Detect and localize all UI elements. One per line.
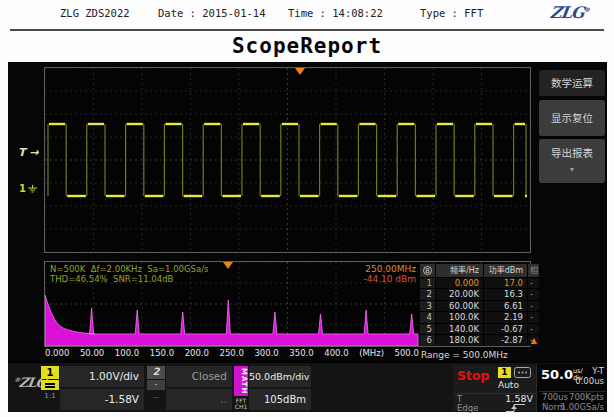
channel1-scale: 1.00V/div — [60, 366, 144, 387]
channel1-marker-label: 1 — [19, 183, 26, 194]
row-index: 2 — [420, 289, 435, 299]
row-index: 6 — [420, 335, 435, 345]
channel2-offset: .. — [166, 389, 232, 410]
menu-button-display-reset[interactable]: 显示复位 — [539, 100, 605, 136]
row-frequency: 140.0K — [435, 324, 483, 334]
channel1-attenuation: 1:1 — [41, 392, 59, 400]
table-row: 4 100.0K 2.19 - — [420, 311, 539, 322]
axis-tick: 350.0 — [289, 348, 313, 358]
menu-button-export-report[interactable]: 导出报表 ▾ — [539, 139, 605, 183]
cursor-frequency: 250.00MHz — [258, 264, 416, 274]
table-row: 3 60.00K 6.61 - — [420, 300, 539, 311]
frequency-axis: 0.000 50.00 100.0 150.0 200.0 250.0 300.… — [45, 348, 419, 358]
b-knob-icon[interactable]: B — [423, 266, 432, 275]
display-mode: Y-T — [592, 366, 604, 376]
header-divider — [10, 29, 604, 31]
math-offset: 105dBm — [249, 389, 311, 410]
scroll-up-icon[interactable]: ▲ — [531, 337, 537, 345]
report-date: Date : 2015-01-14 — [158, 7, 265, 19]
trigger-type-label: Edge — [457, 403, 478, 413]
waveform-plot — [45, 68, 530, 252]
trigger-panel[interactable]: Stop 1 Auto T 1.58V Edge — [453, 365, 541, 411]
fft-cursor-readout: 250.00MHz -44.10 dBm — [258, 264, 416, 284]
status-bar: ®ZLG 1 1:1 1.00V/div -1.58V 2 - ... Clos… — [8, 362, 607, 412]
row-phase: - — [527, 278, 539, 288]
math-scale: 50.0dBm/div — [249, 366, 311, 387]
axis-tick: 200.0 — [185, 348, 209, 358]
row-power: -2.87 — [483, 335, 527, 345]
axis-tick: 250.0 — [220, 348, 244, 358]
chevron-down-icon: ▾ — [539, 164, 605, 176]
row-power: 17.0 — [483, 278, 527, 288]
rising-edge-icon — [505, 403, 527, 413]
row-frequency: 180.0K — [435, 335, 483, 345]
memory-depth: 700Kpts — [569, 392, 604, 402]
row-power: 6.61 — [483, 301, 527, 311]
timebase-panel[interactable]: 50.0 us/div Y-T 0.00us 700us 700Kpts Nor… — [536, 364, 607, 412]
row-frequency: 60.00K — [435, 301, 483, 311]
channel2-coupling: - — [147, 380, 165, 390]
report-type: Type : FFT — [420, 7, 483, 19]
trigger-source-chip: 1 — [498, 367, 511, 378]
page-title: ScopeReport — [0, 34, 614, 58]
capture-window: 700us — [542, 392, 568, 402]
math-mode-source: CH1 — [235, 403, 248, 410]
cursor-power: -44.10 dBm — [258, 274, 416, 284]
device-model: ZLG ZDS2022 — [60, 7, 130, 19]
row-frequency: 0.000 — [435, 278, 483, 288]
row-index: 5 — [420, 324, 435, 334]
column-power: 功率dBm — [483, 264, 527, 277]
trigger-level-marker: T → — [18, 146, 39, 159]
fft-trigger-position-icon — [223, 262, 233, 269]
table-row: 6 180.0K -2.87 - — [420, 334, 539, 345]
axis-tick: 50.00 — [80, 348, 104, 358]
trigger-sweep-mode: Auto — [498, 380, 519, 390]
timebase-scale: 50.0 — [541, 367, 573, 382]
math-chip[interactable]: MATH FFTCH1 — [234, 366, 248, 410]
channel1-offset: -1.58V — [60, 389, 144, 410]
row-power: -0.67 — [483, 324, 527, 334]
keypad-icon — [514, 367, 531, 378]
scope-screen: T → 1 N=500K Δf=2.00KHz Sa=1.00GSa/sTHD=… — [8, 62, 607, 412]
axis-tick: 300.0 — [254, 348, 278, 358]
axis-tick: 150.0 — [150, 348, 174, 358]
registered-mark: ® — [584, 6, 590, 13]
axis-tick: 100.0 — [115, 348, 139, 358]
row-index: 4 — [420, 312, 435, 322]
axis-tick: 0.000 — [45, 348, 69, 358]
sample-rate: 1.00GSa/s — [561, 402, 604, 412]
waveform-window — [44, 67, 531, 253]
row-phase: - — [527, 324, 539, 334]
trigger-position-icon — [295, 68, 305, 75]
channel1-number: 1 — [41, 366, 59, 379]
fft-params: N=500K Δf=2.00KHz Sa=1.00GSa/s — [50, 264, 209, 274]
row-index: 1 — [420, 278, 435, 288]
row-frequency: 20.00K — [435, 289, 483, 299]
run-state-badge: Stop — [457, 368, 490, 383]
ground-icon — [28, 185, 37, 193]
math-label: MATH — [234, 366, 248, 396]
range-label: Range = 500.0MHz — [421, 350, 508, 360]
fft-thd-snr: THD=46.54% SNR=11.04dB — [50, 274, 173, 284]
row-frequency: 100.0K — [435, 312, 483, 322]
table-row: 5 140.0K -0.67 - — [420, 323, 539, 334]
channel1-chip[interactable]: 1 1:1 — [41, 366, 59, 400]
row-power: 2.19 — [483, 312, 527, 322]
fft-measurements: N=500K Δf=2.00KHz Sa=1.00GSa/sTHD=46.54%… — [50, 264, 209, 284]
menu-button-math-operation[interactable]: 数学运算 — [539, 70, 605, 96]
axis-tick: 400.0 — [324, 348, 348, 358]
horizontal-delay: 0.00us — [575, 376, 604, 386]
zlg-logo: ZLG® — [549, 3, 590, 22]
channel2-scale: Closed — [166, 366, 232, 387]
channel2-number: 2 — [147, 366, 165, 379]
axis-unit: (MHz) — [359, 348, 384, 358]
dc-coupling-icon — [41, 380, 59, 390]
channel2-attenuation: ... — [147, 392, 165, 400]
column-frequency: 频率/Hz — [435, 264, 483, 277]
harmonics-table: B 频率/Hz 功率dBm 相 1 0.000 17.0 - 2 20.00K … — [420, 264, 539, 346]
table-row: 1 0.000 17.0 - — [420, 277, 539, 288]
channel2-chip[interactable]: 2 - ... — [147, 366, 165, 400]
column-phase: 相 — [527, 264, 539, 277]
table-row: 2 20.00K 16.3 - — [420, 288, 539, 299]
table-header: B 频率/Hz 功率dBm 相 — [420, 264, 539, 277]
